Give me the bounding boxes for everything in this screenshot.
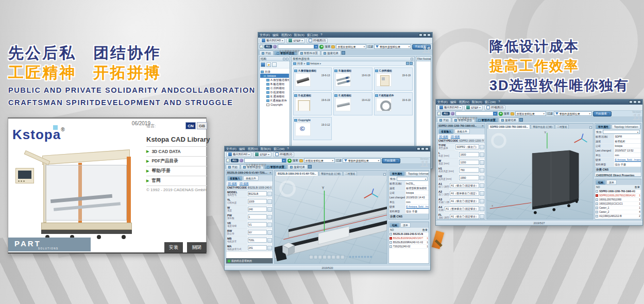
view-2d-button[interactable]: 2D视图(2) (273, 152, 295, 157)
parameter-value-select[interactable]: 760 (459, 167, 479, 173)
start-search-button[interactable]: 开始搜索▾ (412, 44, 431, 49)
parameter-edit-icon[interactable] (480, 183, 484, 188)
bom-row[interactable]: T20(20)(240-021 (389, 245, 429, 249)
new-tab-icon[interactable] (308, 165, 312, 168)
filter-orb-icon[interactable] (451, 112, 454, 115)
breadcrumb-root[interactable]: 目录 (297, 62, 303, 65)
pin-icon[interactable] (411, 58, 413, 60)
tab-topology[interactable]: Topology Information (612, 124, 640, 129)
menubar-item[interactable]: ? (498, 100, 500, 105)
window-titlebar[interactable]: 文件(F)编辑视图(V)附加(X)窗口(W)? (258, 32, 432, 38)
parameter-value-select[interactable]: BS2SLB (248, 191, 267, 196)
filter-orb-icon[interactable] (240, 159, 243, 162)
find-select[interactable]: ▾ (397, 177, 428, 181)
parameter-edit-icon[interactable] (267, 246, 272, 250)
bom-row[interactable]: BS2SLB-1009-240-S-V1-NY-T20-(20) (389, 232, 429, 237)
viewer-tab-2d[interactable]: 二维预览 (555, 124, 569, 129)
tab-structure[interactable]: 结构 (389, 223, 400, 228)
close-icon[interactable] (286, 58, 289, 60)
add-search-icon[interactable]: + (287, 159, 292, 163)
bom-row[interactable]: Caster_24 (595, 210, 641, 214)
viewer-tab-2d[interactable]: 二维预览 (343, 171, 357, 176)
window-controls[interactable] (629, 100, 641, 104)
dialog-menu-item[interactable]: ▶3D CAD DATA (146, 146, 207, 156)
3d-view-link[interactable]: 3D 视图 (439, 135, 448, 138)
all-toggle[interactable]: ALL (264, 45, 272, 48)
tab-start[interactable]: 开始 (259, 50, 274, 55)
parameter-edit-icon[interactable] (267, 230, 272, 235)
menubar-item[interactable]: 编辑 (273, 33, 279, 38)
dialog-menu-item[interactable]: ▶PDF产品目录 (146, 156, 207, 166)
export-to-cad-button[interactable]: 输出到CAD▾ (226, 152, 251, 157)
parameter-edit-icon[interactable] (480, 214, 484, 219)
bom-row[interactable]: SDPR2(1600L200760(1990A1A1A1A1A1A11 (595, 194, 641, 198)
menubar-item[interactable]: ? (287, 147, 289, 151)
window-titlebar[interactable]: 文件(F)编辑视图(V)附加(X)窗口(W)? (225, 146, 430, 151)
export-to-cad-button[interactable]: 输出到CAD▾ (260, 38, 285, 43)
parameter-value-select[interactable]: 241 (248, 245, 267, 250)
dropdown-arrow-icon[interactable]: ▾ (282, 159, 286, 162)
viewer-tab-info[interactable]: 零部件信息 (已锁) (319, 171, 343, 176)
tab-variable-input[interactable]: 变量输入 (438, 129, 454, 134)
close-icon[interactable]: ✕ (482, 124, 484, 127)
menubar-item[interactable]: 文件(F) (437, 100, 448, 105)
3d-viewport-actuator[interactable]: Y (275, 176, 387, 263)
menubar-item[interactable]: 编辑 (239, 147, 245, 151)
tree-item[interactable]: E.通用模组 (260, 94, 289, 98)
checkbox-icon[interactable]: ✓ (226, 159, 230, 162)
window-titlebar[interactable]: 文件(F)编辑视图(V)附加(X)窗口(W)? (436, 99, 642, 105)
parameter-value-select[interactable]: T20L (248, 238, 267, 243)
tree-item[interactable]: C.供料模组 (260, 86, 289, 90)
catalog-tile[interactable]: B.输送模组 19-6-19 (333, 67, 372, 91)
close-icon[interactable]: ✕ (269, 171, 272, 174)
new-tab-icon[interactable] (519, 118, 523, 122)
parameter-edit-icon[interactable] (480, 145, 484, 149)
checkbox-icon[interactable]: ✓ (260, 45, 263, 48)
view-2d-button[interactable]: 2D视图(2) (307, 38, 328, 43)
menubar-item[interactable]: 附加(X) (261, 147, 271, 151)
scope-select[interactable]: 所有目录和分类▾ (515, 111, 546, 116)
window-controls[interactable] (417, 147, 429, 150)
menubar-item[interactable]: 窗口(W) (274, 147, 285, 151)
parameter-edit-icon[interactable] (267, 215, 272, 219)
menubar-item[interactable]: 文件(F) (260, 33, 270, 38)
tab-structure[interactable]: 结构 (596, 180, 606, 185)
menubar-item[interactable]: 视图(V) (281, 33, 292, 38)
menubar-item[interactable]: 窗口(W) (307, 33, 318, 38)
search-input[interactable] (278, 49, 318, 53)
parameter-edit-icon[interactable] (267, 238, 272, 243)
parameter-value-select[interactable]: 1009 (248, 199, 267, 204)
breadcrumb-catalog[interactable]: kstopa (311, 62, 319, 65)
3d-view-link[interactable]: 3D 视图 (228, 182, 237, 185)
dropdown-arrow-icon[interactable]: ▾ (493, 112, 497, 115)
install-button[interactable]: 安装 (164, 242, 183, 252)
tab-search-results[interactable]: 搜索结果 (321, 50, 341, 55)
menubar-item[interactable]: 文件(F) (226, 147, 236, 151)
tab-part-properties[interactable]: 零件属性 (389, 171, 405, 176)
catalog-tile[interactable]: D.机架模组 19-6-19 (293, 92, 332, 115)
scope-select[interactable]: 所有目录和分类▾ (304, 158, 335, 163)
tree-item[interactable]: F.通用标准件 (260, 98, 289, 103)
tab-variable-input[interactable]: 变量输入 (227, 176, 243, 181)
parameter-edit-icon[interactable] (480, 176, 484, 180)
language-cn-button[interactable]: CN (185, 122, 196, 129)
tab-start[interactable]: 开始 (226, 164, 240, 169)
parameter-edit-icon[interactable] (480, 160, 484, 165)
catalog-tile[interactable]: C.供料模组 19-6-19 (374, 67, 413, 91)
parameter-edit-icon[interactable] (267, 192, 272, 196)
search-input[interactable] (456, 116, 497, 120)
tab-list[interactable]: 清单 (400, 223, 411, 228)
find-select[interactable]: ▾ (603, 130, 640, 134)
parameter-edit-icon[interactable] (480, 191, 484, 196)
tree-item[interactable]: Copyright (260, 103, 289, 107)
tab-list[interactable]: 清单 (606, 180, 617, 185)
parameter-edit-icon[interactable] (480, 168, 484, 173)
close-button[interactable]: 關閉 (187, 242, 207, 252)
viewer-tab-model[interactable]: BS2SLB-1009-240-S-V1-NY-T20... (276, 171, 318, 176)
calendar-icon[interactable] (272, 62, 277, 67)
start-search-button[interactable]: 开始搜索▾ (593, 111, 612, 116)
format-step-button[interactable]: STEP▾ (253, 152, 271, 157)
parameter-edit-icon[interactable] (267, 199, 272, 204)
menubar-item[interactable]: ? (320, 33, 322, 38)
parameter-edit-icon[interactable] (267, 223, 272, 227)
